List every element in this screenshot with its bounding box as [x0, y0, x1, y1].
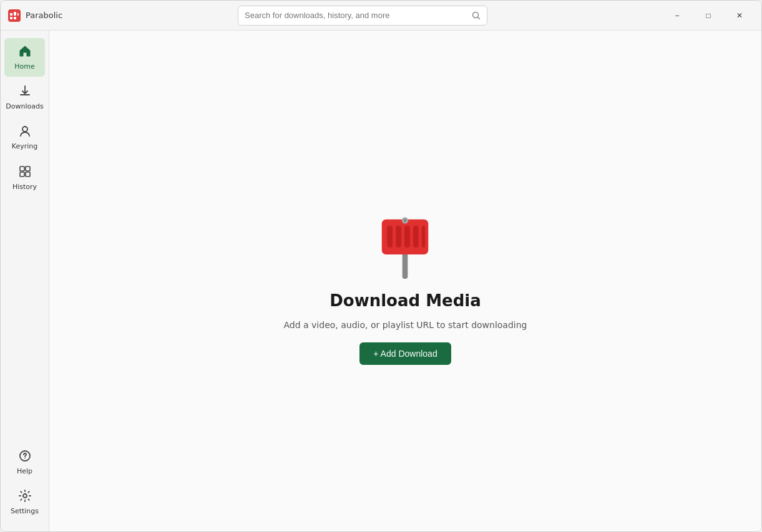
svg-rect-9 [20, 167, 24, 171]
svg-rect-19 [396, 226, 402, 248]
svg-point-15 [23, 494, 27, 498]
content-area: Download Media Add a video, audio, or pl… [49, 31, 761, 531]
search-bar-wrapper [62, 6, 663, 26]
sidebar-bottom: Help Settings [1, 443, 49, 526]
app-icon [8, 9, 21, 22]
svg-point-8 [22, 127, 27, 132]
sidebar-item-home-label: Home [14, 62, 34, 70]
svg-rect-5 [17, 13, 19, 16]
empty-state-title: Download Media [330, 291, 481, 310]
empty-state-subtitle: Add a video, audio, or playlist URL to s… [284, 320, 527, 330]
empty-state-illustration [364, 198, 446, 279]
downloads-icon [18, 84, 32, 100]
sidebar-item-home[interactable]: Home [4, 38, 45, 77]
search-icon [472, 11, 481, 20]
sidebar-item-history[interactable]: History [4, 158, 45, 197]
window-controls: − □ ✕ [663, 6, 754, 26]
svg-rect-2 [10, 17, 12, 19]
maximize-button[interactable]: □ [694, 6, 723, 26]
svg-rect-1 [10, 13, 12, 16]
help-icon [18, 449, 32, 465]
minimize-button[interactable]: − [663, 6, 691, 26]
svg-rect-22 [422, 226, 425, 248]
svg-rect-10 [26, 167, 30, 171]
svg-rect-12 [26, 172, 30, 177]
sidebar-item-help-label: Help [17, 467, 32, 475]
titlebar: Parabolic − □ ✕ [1, 1, 761, 31]
main-layout: Home Downloads [1, 31, 761, 531]
titlebar-left: Parabolic [8, 9, 62, 22]
svg-rect-18 [388, 226, 393, 248]
svg-rect-4 [14, 17, 16, 19]
search-input[interactable] [245, 11, 467, 20]
add-download-button[interactable]: + Add Download [359, 342, 451, 365]
svg-rect-21 [413, 226, 419, 248]
svg-point-24 [404, 218, 407, 221]
sidebar-top: Home Downloads [1, 36, 49, 443]
app-window: Parabolic − □ ✕ [0, 0, 762, 532]
sidebar-item-keyring[interactable]: Keyring [4, 118, 45, 157]
sidebar-item-keyring-label: Keyring [12, 142, 37, 150]
svg-point-14 [24, 457, 26, 458]
settings-icon [18, 489, 32, 505]
empty-state: Download Media Add a video, audio, or pl… [284, 198, 527, 365]
home-icon [18, 44, 32, 60]
sidebar-item-help[interactable]: Help [4, 443, 45, 481]
sidebar-item-downloads[interactable]: Downloads [4, 78, 45, 117]
sidebar-item-settings[interactable]: Settings [4, 483, 45, 521]
svg-rect-11 [20, 172, 24, 177]
svg-rect-3 [14, 12, 16, 16]
history-icon [18, 165, 32, 180]
svg-line-7 [478, 17, 480, 19]
app-title: Parabolic [26, 11, 62, 20]
sidebar: Home Downloads [1, 31, 49, 531]
keyring-icon [18, 124, 32, 140]
sidebar-item-downloads-label: Downloads [6, 102, 43, 110]
svg-rect-20 [405, 226, 411, 248]
search-bar[interactable] [238, 6, 487, 26]
close-button[interactable]: ✕ [725, 6, 754, 26]
svg-rect-16 [403, 251, 408, 278]
sidebar-item-settings-label: Settings [11, 507, 39, 515]
sidebar-item-history-label: History [12, 183, 37, 191]
